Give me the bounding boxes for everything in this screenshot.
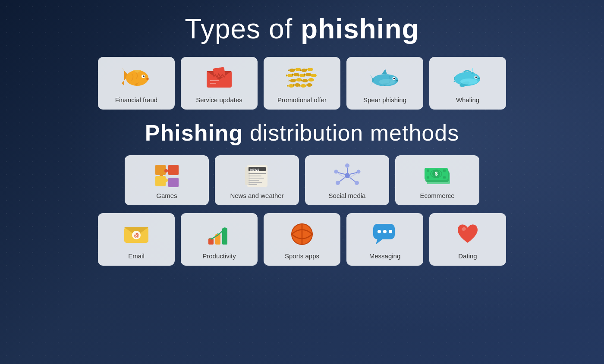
card-dating[interactable]: Dating [429,213,506,266]
card-service-updates[interactable]: Service updates [181,57,258,110]
card-messaging[interactable]: Messaging [346,213,423,266]
puzzle-icon [152,162,182,188]
card-label-spear-phishing: Spear phishing [363,96,406,104]
network-icon [332,162,362,188]
shark-icon [370,64,400,92]
svg-rect-92 [427,169,429,172]
heart-icon [453,220,483,248]
card-games[interactable]: Games [125,155,209,205]
card-label-games: Games [156,192,177,199]
distribution-row-1: Games NEWS [125,155,479,205]
card-label-promotional-offer: Promotional offer [277,96,327,104]
card-label-sports-apps: Sports apps [285,252,319,260]
svg-rect-68 [249,176,261,176]
card-ecommerce[interactable]: $ Ecommerce [395,155,479,205]
card-label-ecommerce: Ecommerce [420,192,454,199]
money-icon: $ [422,162,453,188]
main-content: Types of phishing [0,0,604,274]
svg-point-80 [334,169,338,173]
card-news-weather[interactable]: NEWS News and weather [215,155,299,205]
svg-point-54 [475,76,477,78]
svg-rect-58 [168,165,179,175]
svg-point-18 [307,68,313,71]
svg-marker-21 [286,74,287,77]
distribution-row-2: @ Email [98,213,506,266]
svg-point-111 [378,230,381,233]
svg-point-112 [383,230,387,233]
card-label-email: Email [128,252,145,260]
card-social-media[interactable]: Social media [305,155,389,205]
svg-point-26 [305,73,311,76]
card-label-social-media: Social media [329,192,366,199]
svg-rect-61 [164,179,168,182]
svg-rect-67 [249,173,266,174]
card-label-dating: Dating [458,252,477,260]
chat-icon [370,220,400,248]
svg-rect-69 [249,178,264,179]
svg-point-73 [345,173,350,178]
svg-marker-30 [289,79,290,82]
envelope-broken-icon [204,64,234,92]
svg-point-52 [471,72,474,74]
card-promotional-offer[interactable]: Promotional offer [264,57,340,110]
card-sports-apps[interactable]: Sports apps [264,213,340,266]
svg-marker-105 [222,227,227,228]
whale-icon [453,64,483,92]
svg-rect-95 [443,176,446,179]
card-whaling[interactable]: Whaling [429,57,506,110]
svg-rect-60 [155,176,166,186]
svg-rect-71 [249,182,262,183]
card-label-productivity: Productivity [202,252,236,260]
svg-rect-56 [155,165,166,175]
svg-point-28 [311,74,317,77]
svg-point-33 [302,79,308,82]
svg-point-35 [308,78,314,82]
svg-marker-110 [376,238,384,245]
card-label-messaging: Messaging [369,252,401,260]
svg-rect-100 [208,238,214,245]
svg-text:@: @ [134,232,140,238]
svg-marker-13 [288,69,289,72]
page-title: Types of phishing [185,13,419,45]
svg-marker-44 [370,74,374,86]
svg-line-77 [340,177,345,182]
fish-school-icon [287,64,317,92]
basketball-icon [287,220,317,248]
card-label-service-updates: Service updates [196,96,242,104]
card-label-financial-fraud: Financial fraud [115,96,157,104]
svg-rect-72 [249,184,257,185]
phishing-types-row: Financial fraud Service u [98,57,506,110]
svg-rect-93 [443,169,446,172]
svg-point-42 [306,83,312,87]
svg-point-40 [300,84,306,88]
svg-point-55 [460,78,478,85]
svg-point-6 [146,78,149,80]
card-label-whaling: Whaling [456,96,479,104]
card-email[interactable]: @ Email [98,213,175,266]
card-spear-phishing[interactable]: Spear phishing [346,57,423,110]
svg-point-49 [379,79,395,85]
svg-text:NEWS: NEWS [250,168,259,171]
card-label-news-weather: News and weather [230,192,283,199]
email-icon: @ [121,220,151,248]
barchart-icon [204,220,234,248]
goldfish-icon [121,64,151,92]
svg-rect-70 [249,180,259,181]
svg-point-76 [336,181,340,185]
section-title: Phishing distribution methods [145,120,459,146]
svg-point-74 [345,163,349,168]
svg-marker-37 [287,85,288,87]
svg-text:$: $ [435,171,438,177]
svg-rect-59 [164,169,168,173]
svg-point-5 [143,75,145,77]
svg-marker-45 [382,69,387,74]
svg-point-48 [393,78,395,79]
card-financial-fraud[interactable]: Financial fraud [98,57,175,110]
svg-point-78 [355,181,359,185]
svg-point-82 [356,169,360,173]
card-productivity[interactable]: Productivity [181,213,258,266]
svg-line-79 [349,177,355,182]
newspaper-icon: NEWS [242,162,272,188]
svg-point-113 [389,230,392,233]
svg-rect-62 [168,178,179,187]
